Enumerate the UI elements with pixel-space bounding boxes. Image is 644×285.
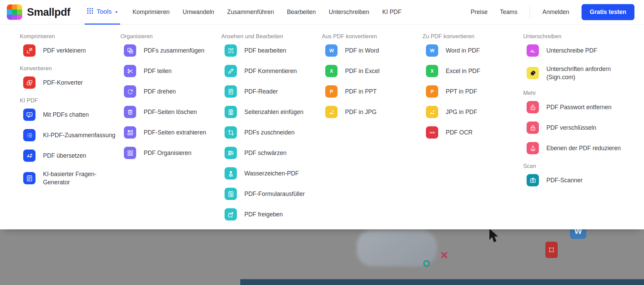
- menu-item[interactable]: PDF-Konverter: [20, 76, 120, 89]
- login-link[interactable]: Anmelden: [542, 9, 569, 16]
- circle-mark-icon: [423, 260, 430, 267]
- menu-item[interactable]: PDF-Reader: [221, 85, 322, 98]
- menu-section-header: Komprimieren: [20, 33, 120, 40]
- question-generator-icon: [23, 172, 35, 184]
- menu-item[interactable]: WPDF in Word: [322, 44, 423, 57]
- lock-icon: [527, 122, 539, 134]
- nav-link-ki-pdf[interactable]: KI PDF: [382, 9, 401, 16]
- menu-item-label: KI-basierter Fragen-Generator: [43, 170, 119, 186]
- flatten-icon: [527, 142, 539, 154]
- menu-item[interactable]: PDF-Seiten löschen: [120, 106, 221, 118]
- menu-item[interactable]: PDF Passwort entfernen: [523, 101, 644, 113]
- menu-item[interactable]: PDF Organisieren: [120, 147, 221, 159]
- menu-item-label: PDF schwärzen: [244, 149, 287, 157]
- menu-item-label: PDF in PPT: [345, 87, 376, 96]
- menu-item[interactable]: APDF übersetzen: [20, 149, 120, 162]
- tools-mega-menu: KomprimierenPDF verkleinernKonvertierenP…: [0, 25, 644, 229]
- menu-item[interactable]: PDF teilen: [120, 65, 221, 77]
- menu-item-label: Wasserzeichen-PDF: [244, 169, 299, 177]
- ppt-icon: P: [325, 85, 338, 98]
- svg-text:W: W: [430, 48, 434, 53]
- menu-item[interactable]: PDF-Seiten extrahieren: [120, 126, 221, 139]
- logo-color-square: [17, 4, 22, 10]
- menu-item[interactable]: PDF in JPG: [322, 106, 423, 118]
- nav-link-teams[interactable]: Teams: [500, 9, 518, 16]
- nav-link-umwandeln[interactable]: Umwandeln: [183, 9, 214, 16]
- menu-item[interactable]: JPG in PDF: [423, 106, 523, 118]
- menu-item[interactable]: PDF-Formularausfüller: [221, 188, 322, 200]
- edit-icon: T: [225, 44, 237, 57]
- nav-link-unterschreiben[interactable]: Unterschreiben: [329, 9, 369, 16]
- menu-item[interactable]: PDF freigeben: [221, 208, 322, 220]
- menu-item[interactable]: WWord in PDF: [423, 44, 523, 57]
- menu-item[interactable]: Unterschriften anfordern (Sign.com): [523, 65, 644, 81]
- word-icon: W: [426, 44, 438, 57]
- menu-item-label: PDF-Seiten löschen: [144, 108, 197, 116]
- annotate-icon: [225, 65, 237, 77]
- menu-item[interactable]: XPDF in Excel: [322, 65, 423, 77]
- menu-item-label: PDFs zuschneiden: [244, 128, 295, 137]
- svg-text:X: X: [330, 68, 333, 74]
- svg-text:T: T: [230, 49, 232, 53]
- menu-section-header: Scan: [523, 162, 644, 169]
- menu-item[interactable]: PPPT in PDF: [423, 85, 523, 98]
- menu-item[interactable]: PDFs zuschneiden: [221, 126, 322, 139]
- menu-item[interactable]: TPDF bearbeiten: [221, 44, 322, 57]
- delete-pages-icon: [124, 106, 136, 118]
- menu-item-label: PDF verschlüsseln: [546, 124, 596, 132]
- request-signature-icon: [527, 67, 539, 79]
- menu-item[interactable]: Wasserzeichen-PDF: [221, 167, 322, 180]
- menu-item-label: PDF OCR: [446, 128, 473, 137]
- menu-item[interactable]: PDF-Scanner: [523, 174, 644, 186]
- top-navbar: Smallpdf Tools ▲ Komprimieren Umwandeln …: [0, 0, 644, 25]
- menu-item[interactable]: XExcel in PDF: [423, 65, 523, 77]
- menu-item[interactable]: KI-basierter Fragen-Generator: [20, 170, 120, 186]
- main-nav: Komprimieren Umwandeln Zusammenführen Be…: [132, 9, 401, 16]
- excel-icon: X: [325, 65, 338, 77]
- menu-item-label: PDF bearbeiten: [244, 46, 286, 55]
- jpg-icon: [426, 106, 438, 118]
- logo-color-square: [7, 10, 12, 15]
- rotate-icon: [124, 85, 136, 98]
- smallpdf-logo[interactable]: Smallpdf: [7, 4, 70, 20]
- menu-item[interactable]: PDF schwärzen: [221, 147, 322, 159]
- svg-text:OCR: OCR: [430, 131, 435, 134]
- navbar-right: Preise Teams Anmelden Gratis testen: [471, 4, 634, 20]
- menu-item[interactable]: PDF Kommentieren: [221, 65, 322, 77]
- x-mark-icon: [440, 251, 448, 260]
- dimmed-page-background: W: [0, 229, 644, 285]
- menu-item[interactable]: PDF verkleinern: [20, 44, 120, 57]
- menu-item[interactable]: KI-PDF-Zusammenfassung: [20, 129, 120, 141]
- tools-menu-button[interactable]: Tools ▲: [85, 0, 120, 25]
- menu-item[interactable]: PDF drehen: [120, 85, 221, 98]
- nav-link-bearbeiten[interactable]: Bearbeiten: [287, 9, 316, 16]
- menu-item-label: PDF verkleinern: [43, 46, 86, 55]
- nav-link-zusammenfuehren[interactable]: Zusammenführen: [227, 9, 274, 16]
- menu-item[interactable]: Unterschreibe PDF: [523, 44, 644, 57]
- menu-item-label: Seitenzahlen einfügen: [244, 108, 303, 116]
- compress-icon: [23, 44, 35, 57]
- menu-item-label: PDF in Excel: [345, 67, 380, 75]
- grid-icon: [87, 8, 94, 16]
- menu-item[interactable]: PDF verschlüsseln: [523, 122, 644, 134]
- menu-column-1: KomprimierenPDF verkleinernKonvertierenP…: [20, 33, 120, 229]
- free-trial-button[interactable]: Gratis testen: [582, 4, 634, 20]
- menu-item-label: PDFs zusammenfügen: [144, 46, 204, 55]
- translate-icon: A: [23, 149, 35, 162]
- logo-color-square: [17, 10, 22, 15]
- menu-item[interactable]: OCRPDF OCR: [423, 126, 523, 139]
- menu-item[interactable]: PDFs zusammenfügen: [120, 44, 221, 57]
- menu-item-label: Ebenen der PDF reduzieren: [546, 144, 621, 152]
- menu-item-label: PPT in PDF: [446, 87, 477, 96]
- ppt-icon: P: [426, 85, 438, 98]
- menu-item[interactable]: AIMit PDFs chatten: [20, 109, 120, 121]
- menu-item-label: PDF Organisieren: [144, 149, 191, 157]
- menu-item[interactable]: Ebenen der PDF reduzieren: [523, 142, 644, 154]
- menu-section-header: Ansehen und Bearbeiten: [221, 33, 322, 40]
- chevron-up-icon: ▲: [115, 10, 118, 13]
- menu-item[interactable]: 2Seitenzahlen einfügen: [221, 106, 322, 118]
- menu-item-label: PDF in JPG: [345, 108, 376, 116]
- menu-item[interactable]: PPDF in PPT: [322, 85, 423, 98]
- nav-link-preise[interactable]: Preise: [471, 9, 488, 16]
- nav-link-komprimieren[interactable]: Komprimieren: [132, 9, 170, 16]
